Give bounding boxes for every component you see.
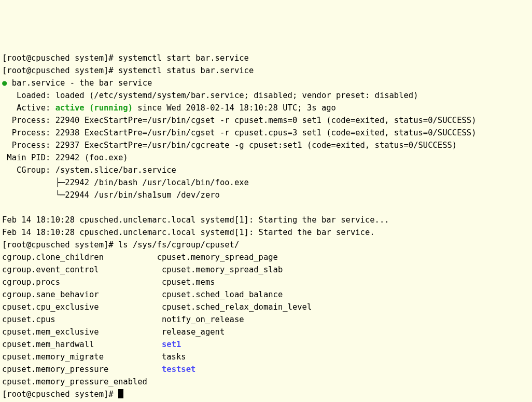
ls-col1-row11: cpuset.memory_pressure_enabled <box>2 377 147 386</box>
loaded-line: Loaded: loaded (/etc/systemd/system/bar.… <box>2 91 418 100</box>
cgroup-path: CGroup: /system.slice/bar.service <box>2 165 176 175</box>
active-label: Active: <box>2 103 55 113</box>
cursor-icon <box>118 389 123 398</box>
status-bullet-icon: ● <box>2 78 7 88</box>
prompt-line-1: [root@cpusched system]# systemctl start … <box>2 53 249 63</box>
dir-testset: testset <box>162 365 195 374</box>
ls-col1-row2: cgroup.event_control cpuset.memory_sprea… <box>2 265 283 274</box>
active-since: since Wed 2018-02-14 18:10:28 UTC; 3s ag… <box>133 103 336 113</box>
process-line-1: Process: 22940 ExecStartPre=/usr/bin/cgs… <box>2 116 477 125</box>
log-line-1: Feb 14 18:10:28 cpusched.unclemarc.local… <box>2 215 389 225</box>
prompt-line-2: [root@cpusched system]# systemctl status… <box>2 66 254 75</box>
active-state: active (running) <box>55 103 133 113</box>
dir-set1: set1 <box>162 340 181 349</box>
main-pid: Main PID: 22942 (foo.exe) <box>2 153 128 162</box>
ls-col1-row7: cpuset.mem_exclusive release_agent <box>2 327 225 337</box>
ls-col1-row6: cpuset.cpus notify_on_release <box>2 315 244 324</box>
ls-col1-row5: cpuset.cpu_exclusive cpuset.sched_relax_… <box>2 302 312 312</box>
ls-col1-row9: cpuset.memory_migrate tasks <box>2 352 186 362</box>
process-line-3: Process: 22937 ExecStartPre=/usr/bin/cgc… <box>2 141 457 150</box>
prompt-last[interactable]: [root@cpusched system]# <box>2 390 118 399</box>
ls-col1-row10: cpuset.memory_pressure testset <box>2 365 195 374</box>
ls-col1-row3: cgroup.procs cpuset.mems <box>2 278 215 287</box>
log-line-2: Feb 14 18:10:28 cpusched.unclemarc.local… <box>2 228 375 237</box>
terminal-output: [root@cpusched system]# systemctl start … <box>2 53 477 399</box>
process-line-2: Process: 22938 ExecStartPre=/usr/bin/cgs… <box>2 128 477 137</box>
ls-col1-row4: cgroup.sane_behavior cpuset.sched_load_b… <box>2 290 283 299</box>
ls-col1-row8: cpuset.mem_hardwall set1 <box>2 340 181 349</box>
ls-col1-row1: cgroup.clone_children cpuset.memory_spre… <box>2 253 278 262</box>
unit-name: bar.service - the bar service <box>12 78 152 88</box>
cgroup-tree-1: ├─22942 /bin/bash /usr/local/bin/foo.exe <box>2 178 249 187</box>
prompt-line-3: [root@cpusched system]# ls /sys/fs/cgrou… <box>2 240 239 249</box>
cgroup-tree-2: └─22944 /usr/bin/sha1sum /dev/zero <box>2 190 220 200</box>
